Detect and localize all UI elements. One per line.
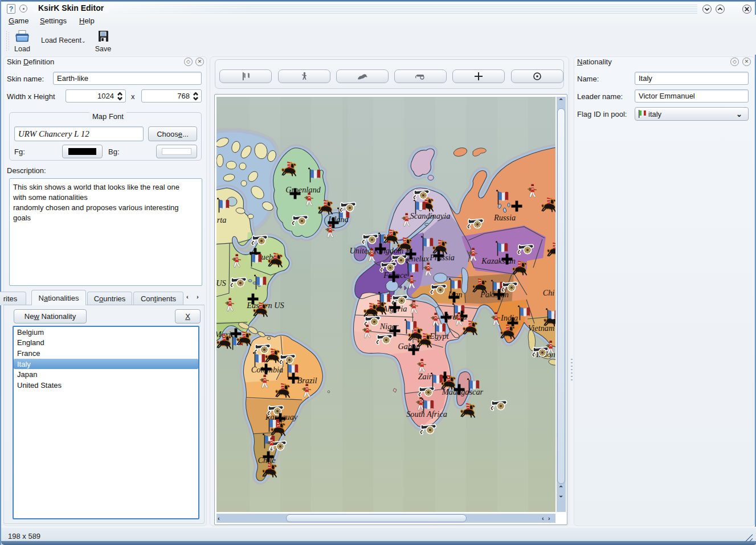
svg-text:rta: rta: [217, 215, 227, 224]
svg-text:United Kingdom: United Kingdom: [350, 246, 404, 255]
svg-text:South Africa: South Africa: [406, 409, 447, 419]
svg-text:Kazakstan: Kazakstan: [481, 256, 516, 265]
svg-text:Egypt: Egypt: [429, 331, 449, 341]
svg-text:India: India: [500, 313, 518, 322]
svg-text:Brazil: Brazil: [297, 376, 317, 385]
svg-text:Vietnam: Vietnam: [528, 323, 555, 333]
svg-text:France: France: [383, 271, 407, 280]
svg-text:Prussia: Prussia: [429, 253, 455, 262]
svg-text:Russia: Russia: [493, 213, 516, 222]
svg-text:US: US: [216, 278, 226, 288]
svg-text:Chi: Chi: [543, 288, 555, 297]
svg-text:Zair: Zair: [418, 372, 432, 381]
